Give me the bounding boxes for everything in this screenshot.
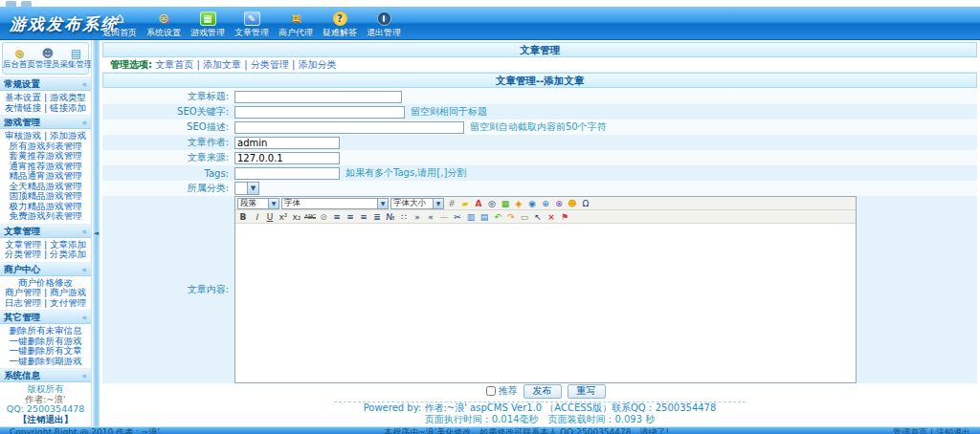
recommend-checkbox-label[interactable]: 推荐 — [486, 384, 518, 398]
tags-input[interactable] — [234, 167, 340, 180]
splitter-collapse-icon[interactable]: ◄ — [94, 229, 99, 237]
chevron-down-icon: ▼ — [247, 183, 258, 194]
paragraph-select[interactable]: 段落 ▼ — [237, 198, 279, 209]
unlink-icon[interactable]: ⊗ — [553, 198, 565, 209]
cut-icon[interactable]: ✂ — [452, 211, 463, 223]
image-icon[interactable]: ▦ — [500, 198, 511, 209]
sidebar-link-row[interactable]: 一键删除所有文章 — [0, 346, 91, 357]
nav-system-settings[interactable]: ⊛ 系统设置 — [142, 7, 186, 40]
link-category-management[interactable]: 分类管理 — [251, 59, 289, 70]
publish-button[interactable]: 发布 — [523, 384, 562, 399]
nav-merchant-agent[interactable]: ¤ 商户代理 — [274, 7, 318, 40]
bottom-notice: 本程序由~浪'美化修改，如需修改可联系本人 QQ:2500354478，请绕了! — [384, 427, 669, 434]
quick-collect-management[interactable]: ▤ 采集管理 — [60, 43, 93, 74]
title-input[interactable] — [234, 91, 402, 103]
quick-backstage-home[interactable]: ⊛ 后台首页 — [3, 43, 35, 74]
superscript-icon[interactable]: x² — [278, 211, 289, 223]
sidebar-link-row[interactable]: 一键删除到期游戏 — [0, 357, 91, 367]
sidebar-link-row[interactable]: 固顶精品游戏管理 — [0, 191, 91, 202]
link-icon[interactable]: ⊕ — [540, 198, 551, 209]
emoticon-icon[interactable]: ☻ — [567, 198, 578, 209]
bold-icon[interactable]: B — [237, 211, 249, 223]
sidebar-link-row[interactable]: 商户管理 | 商户游戏 — [0, 288, 91, 298]
special-char-icon[interactable]: Ω — [580, 198, 591, 209]
italic-icon[interactable]: I — [251, 211, 262, 223]
sidebar-link-row[interactable]: 友情链接 | 链接添加 — [0, 103, 91, 114]
editor-content-area[interactable] — [235, 224, 856, 380]
undo-icon[interactable]: ↶ — [492, 211, 503, 223]
section-header[interactable]: 文章管理 « — [0, 224, 91, 238]
sidebar-link-row[interactable]: 免费游戏列表管理 — [0, 211, 91, 222]
bottom-links[interactable]: 管理首页 | 注销退出 — [893, 427, 970, 434]
sidebar-link-row[interactable]: 套黄推荐游戏管理 — [0, 151, 91, 162]
nav-label: 疑难解答 — [323, 28, 357, 38]
collapse-icon[interactable]: « — [81, 311, 87, 323]
unordered-list-icon[interactable]: ∷ — [398, 211, 410, 223]
nav-article-management[interactable]: ✎ 文章管理 — [230, 7, 274, 40]
link-article-home[interactable]: 文章首页 — [155, 59, 193, 70]
align-left-icon[interactable]: ≡ — [331, 211, 343, 223]
logout-link[interactable]: 【注销退出】 — [0, 415, 91, 425]
section-header[interactable]: 系统信息 « — [0, 368, 91, 382]
sidebar-splitter[interactable]: ◄ — [93, 40, 100, 426]
font-color-icon[interactable]: A — [473, 198, 484, 209]
nav-logout[interactable]: 退出管理 — [362, 7, 406, 40]
subscript-icon[interactable]: x₂ — [291, 211, 302, 223]
horizontal-rule-icon[interactable]: — — [438, 211, 450, 223]
redo-icon[interactable]: ↷ — [505, 211, 517, 223]
delete-icon[interactable]: × — [546, 211, 557, 223]
rewrite-button[interactable]: 重写 — [568, 384, 606, 399]
sidebar-link-row[interactable]: 日志管理 | 支付管理 — [0, 298, 91, 309]
sidebar-link-row[interactable]: 审核游戏 | 添加游戏 — [0, 131, 91, 141]
paste-icon[interactable]: ▤ — [479, 211, 490, 223]
find-icon[interactable]: ◎ — [486, 198, 498, 209]
font-select[interactable]: 字体 ▼ — [281, 198, 389, 209]
coins-icon: ¤ — [292, 9, 301, 28]
source-icon[interactable]: # — [446, 198, 457, 209]
highlight-color-icon[interactable]: ▰ — [459, 198, 471, 209]
nav-game-management[interactable]: ▦ 游戏管理 — [186, 7, 230, 40]
section-header[interactable]: 其它管理 « — [0, 310, 91, 324]
form-row-source: 文章来源: — [102, 150, 977, 165]
strikethrough-icon[interactable]: ABC — [304, 211, 316, 223]
nav-faq[interactable]: ? 疑难解答 — [318, 7, 362, 40]
author-input[interactable] — [234, 137, 340, 149]
align-justify-icon[interactable]: ≣ — [371, 211, 383, 223]
flash-icon[interactable]: ◈ — [513, 198, 524, 209]
sidebar-link-row[interactable]: 精品通宵游戏管理 — [0, 171, 91, 182]
quick-administrator[interactable]: ☻ 管理员 — [35, 43, 60, 74]
outdent-icon[interactable]: « — [425, 211, 436, 223]
collapse-icon[interactable]: « — [81, 369, 87, 381]
sidebar-link-row[interactable]: 基本设置 | 游戏类型 — [0, 93, 91, 103]
category-select[interactable]: ▼ — [234, 182, 259, 195]
sidebar-link-row[interactable]: 分类管理 | 分类添加 — [0, 250, 91, 260]
section-header[interactable]: 商户中心 « — [0, 262, 91, 276]
collapse-icon[interactable]: « — [81, 225, 87, 237]
media-icon[interactable]: ◉ — [526, 198, 538, 209]
source-input[interactable] — [234, 152, 340, 164]
font-size-select[interactable]: 字体大小 ▼ — [390, 198, 444, 209]
align-center-icon[interactable]: ≡ — [345, 211, 356, 223]
collapse-icon[interactable]: « — [81, 116, 87, 128]
copy-icon[interactable]: ▥ — [465, 211, 477, 223]
underline-icon[interactable]: U — [264, 211, 276, 223]
collapse-icon[interactable]: « — [81, 263, 87, 275]
sidebar-link-row[interactable]: 删除所有未审信息 — [0, 326, 91, 336]
select-icon[interactable]: ▭ — [519, 211, 530, 223]
eraser-icon[interactable]: ⊘ — [318, 211, 329, 223]
flag-icon[interactable]: ⚑ — [559, 211, 570, 223]
pointer-icon[interactable]: ↖ — [532, 211, 544, 223]
seo-keyword-input[interactable] — [234, 106, 405, 119]
nav-return-home[interactable]: ⌂ 返回首页 — [98, 7, 142, 40]
link-add-category[interactable]: 添加分类 — [298, 59, 336, 70]
section-header[interactable]: 游戏管理 « — [0, 115, 91, 129]
indent-icon[interactable]: » — [412, 211, 423, 223]
ordered-list-icon[interactable]: № — [385, 211, 396, 223]
link-add-article[interactable]: 添加文章 — [203, 59, 241, 70]
recommend-checkbox[interactable] — [486, 386, 496, 396]
form-row-seo-keyword: SEO关键字: 留空则相同于标题 — [102, 104, 977, 119]
collapse-icon[interactable]: « — [81, 77, 87, 90]
section-header[interactable]: 常规设置 « — [0, 76, 91, 91]
seo-desc-input[interactable] — [234, 121, 464, 134]
align-right-icon[interactable]: ≡ — [358, 211, 369, 223]
